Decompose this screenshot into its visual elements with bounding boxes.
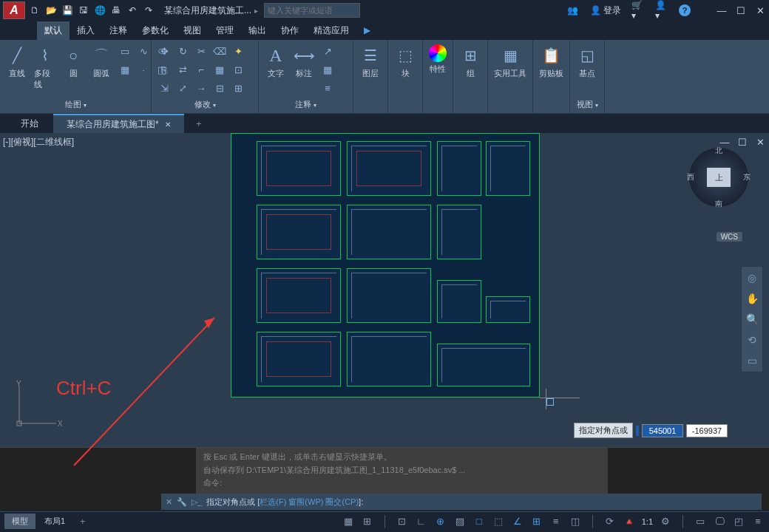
erase-icon[interactable]: ⌫ [211,43,228,59]
tab-start[interactable]: 开始 [7,115,52,133]
qat-undo-icon[interactable]: ↶ [126,4,139,17]
status-ortho-icon[interactable]: ∟ [415,515,428,528]
stretch-icon[interactable]: ⇲ [156,80,172,96]
extend-icon[interactable]: → [193,80,209,96]
status-scale[interactable]: 1:1 [642,517,653,526]
trim-icon[interactable]: ✂ [193,43,209,59]
circle-button[interactable]: ○圆 [61,43,86,81]
block-button[interactable]: ⬚块 [393,43,418,81]
wcs-badge[interactable]: WCS [717,232,742,242]
nav-zoom-icon[interactable]: 🔍 [744,311,760,327]
menu-featured[interactable]: 精选应用 [306,21,356,40]
array-icon[interactable]: ▦ [211,61,228,78]
status-model-icon[interactable]: ▦ [342,515,355,528]
dimension-button[interactable]: ⟷标注 [291,43,316,81]
status-customize-icon[interactable]: ≡ [751,515,765,528]
panel-label-view[interactable]: 视图 [575,98,600,112]
point-icon[interactable]: · [135,61,152,78]
text-button[interactable]: A文字 [263,43,288,81]
arc-button[interactable]: ⌒圆弧 [89,43,114,81]
panel-label-draw[interactable]: 绘图 [4,98,146,112]
nav-showmotion-icon[interactable]: ▭ [744,352,760,369]
infocenter-icon[interactable]: 👥 [566,4,580,17]
break-icon[interactable]: ⊟ [211,80,228,96]
nav-orbit-icon[interactable]: ⟲ [744,332,760,348]
nav-fullnav-icon[interactable]: ◎ [744,270,760,286]
line-button[interactable]: ╱直线 [4,43,30,81]
status-snap-icon[interactable]: ⊡ [396,515,409,528]
status-grid-icon[interactable]: ⊞ [361,515,374,528]
qat-web-icon[interactable]: 🌐 [93,4,106,17]
menu-annotate[interactable]: 注释 [102,21,135,40]
viewcube[interactable]: 北 南 东 西 上 [689,148,748,207]
explode-icon[interactable]: ✦ [230,43,246,59]
login-link[interactable]: 登录 [603,5,621,16]
panel-label-annotate[interactable]: 注释 [263,98,348,112]
status-gear-icon[interactable]: ⚙ [659,515,672,528]
status-lwt-icon[interactable]: ≡ [549,515,563,528]
qat-save-icon[interactable]: 💾 [61,4,74,17]
qat-open-icon[interactable]: 📂 [44,4,58,17]
mirror-icon[interactable]: ⇄ [175,61,191,78]
menu-collab[interactable]: 协作 [274,21,306,40]
menu-default[interactable]: 默认 [37,21,70,40]
coord-y-field[interactable]: -169937 [686,424,728,437]
clipboard-button[interactable]: 📋剪贴板 [538,43,565,81]
tab-new-button[interactable]: + [192,116,206,131]
status-tab-layout1[interactable]: 布局1 [37,514,72,529]
status-cycling-icon[interactable]: ⟳ [603,515,617,528]
properties-button[interactable]: 特性 [427,43,448,76]
layers-button[interactable]: ☰图层 [358,43,383,81]
menu-parametric[interactable]: 参数化 [135,21,176,40]
status-dyninput-icon[interactable]: ⊞ [530,515,543,528]
close-button[interactable]: ✕ [754,4,766,16]
status-polar-icon[interactable]: ⊕ [434,515,447,528]
status-clean-icon[interactable]: ◰ [732,515,745,528]
mtext-icon[interactable]: ≡ [319,80,336,96]
status-tab-model[interactable]: 模型 [4,514,35,529]
fillet-icon[interactable]: ⌐ [193,61,209,78]
nav-pan-icon[interactable]: ✋ [744,290,760,307]
status-isodraft-icon[interactable]: ▨ [453,515,467,528]
tab-close-icon[interactable]: ✕ [165,120,171,129]
status-monitor-icon[interactable]: 🖵 [713,515,726,528]
cmd-option-fence[interactable]: 栏选(F) [260,497,286,506]
status-workspace-icon[interactable]: ▭ [694,515,707,528]
hatch-icon[interactable]: ▦ [117,61,133,78]
vp-maximize-button[interactable]: ☐ [736,136,748,148]
qat-plot-icon[interactable]: 🖶 [109,4,123,17]
a360-icon[interactable]: 👤▾ [655,4,668,17]
copy-icon[interactable]: ⎘ [156,61,172,78]
minimize-button[interactable]: — [716,4,728,16]
scale-icon[interactable]: ⤢ [175,80,191,96]
drawing-viewport[interactable]: [-][俯视][二维线框] — ☐ ✕ 指定对角点或 545001 -16993… [0,133,769,447]
offset-icon[interactable]: ⊡ [230,61,246,78]
menu-play-icon[interactable]: ▶ [356,22,378,38]
status-tab-add[interactable]: + [74,514,91,529]
utilities-button[interactable]: ▦实用工具 [492,43,528,81]
menu-output[interactable]: 输出 [241,21,274,40]
search-input[interactable] [264,3,360,18]
menu-insert[interactable]: 插入 [70,21,102,40]
status-transparency-icon[interactable]: ◫ [569,515,582,528]
qat-new-icon[interactable]: 🗋 [28,4,41,17]
coord-x-field[interactable]: 545001 [642,424,683,437]
status-otrack-icon[interactable]: ∠ [511,515,524,528]
cmd-option-cpolygon[interactable]: 圈交(CP) [325,497,359,506]
qat-redo-icon[interactable]: ↷ [142,4,155,17]
cmd-close-icon[interactable]: ✕ [166,497,172,507]
tab-current-document[interactable]: 某综合用房建筑施工图*✕ [53,114,184,134]
viewcube-north[interactable]: 北 [715,146,722,156]
command-line[interactable]: ✕ 🔧 ▷_ 指定对角点或 [栏选(F) 窗围(WP) 圈交(CP)]: [161,494,762,510]
group-button[interactable]: ⊞组 [458,43,483,81]
menu-manage[interactable]: 管理 [209,21,241,40]
vp-close-button[interactable]: ✕ [754,136,766,148]
polyline-button[interactable]: ⌇多段线 [33,43,58,92]
panel-label-modify[interactable]: 修改 [156,98,254,112]
leader-icon[interactable]: ↗ [319,43,336,59]
viewport-label[interactable]: [-][俯视][二维线框] [3,136,74,149]
cmd-option-wpolygon[interactable]: 窗围(WP) [288,497,323,506]
app-store-icon[interactable]: 🛒▾ [631,4,645,17]
app-logo[interactable]: A [3,1,25,19]
status-osnap-icon[interactable]: □ [472,515,486,528]
